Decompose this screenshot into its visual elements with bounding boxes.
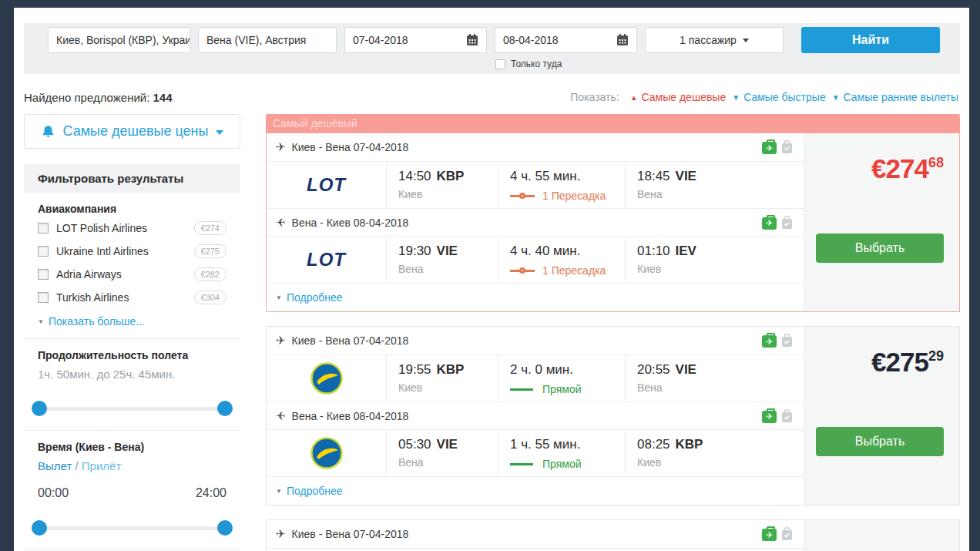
show-more-link[interactable]: ▼ Показать больше... [38, 315, 227, 328]
airline-checkbox[interactable] [38, 223, 49, 234]
sort-cheapest[interactable]: ▲ Самые дешевые [630, 91, 727, 103]
airline-checkbox[interactable] [38, 246, 49, 257]
airline-checkbox[interactable] [38, 292, 49, 303]
price-value: €27468 [871, 153, 944, 184]
direct-line [510, 463, 533, 465]
flight-card-body: ✈ Киев - Вена 07-04-2018 ✈ [267, 520, 804, 551]
one-way-checkbox[interactable] [495, 59, 505, 69]
filter-panel: Фильтровать результаты Авиакомпания LOT … [24, 164, 240, 551]
sort-fastest-label: Самые быстрые [743, 91, 826, 103]
sort-options: Показать: ▲ Самые дешевые ▼ Самые быстры… [570, 91, 958, 103]
price-panel: €27529 Выбрать [804, 327, 959, 505]
time-outbound-filter-section: Время (Киев - Вена) Вылет / Прилёт 00:00… [24, 431, 240, 550]
plane-glyph: ✈ [766, 338, 773, 346]
search-fields: Киев, Borispol (КВР), Украин Вена (VIE),… [48, 27, 940, 53]
slider-track [38, 407, 227, 411]
price-alert-label: Самые дешевые цены [62, 123, 208, 139]
arr-time: 18:45 [637, 169, 670, 183]
outbound-leg-header: ✈ Киев - Вена 07-04-2018 ✈ [267, 327, 804, 354]
outbound-leg-header: ✈ Киев - Вена 07-04-2018 ✈ [267, 520, 804, 548]
details-link[interactable]: Подробнее [287, 291, 343, 304]
dep-city: Киев [398, 381, 498, 394]
stops-label: Прямой [542, 383, 582, 395]
results-list: Самый дешёвый ✈ Киев - Вена 07-04-2018 ✈ [266, 114, 960, 551]
transfer-indicator: 1 Пересадка [510, 264, 625, 277]
flight-card-body: ✈ Киев - Вена 07-04-2018 ✈ [267, 327, 804, 505]
arr-city: Киев [637, 263, 804, 275]
leg-route: Вена - Киев 08-04-2018 [292, 217, 409, 229]
card-gap [266, 312, 960, 326]
details-row: ▼ Подробнее [267, 283, 804, 311]
result-card: ✈ Киев - Вена 07-04-2018 ✈ [266, 519, 960, 551]
flight-card-body: ✈ Киев - Вена 07-04-2018 ✈ LOT [267, 133, 804, 311]
airline-logo [267, 430, 386, 476]
leg-route: Киев - Вена 07-04-2018 [292, 528, 409, 540]
leg-route: Киев - Вена 07-04-2018 [292, 334, 409, 347]
arrive-tab[interactable]: Прилёт [82, 459, 121, 472]
return-date-input[interactable]: 08-04-2018 [495, 27, 637, 53]
details-row: ▼ Подробнее [267, 476, 804, 505]
leg-route: Вена - Киев 08-04-2018 [292, 410, 409, 422]
price-alert-dropdown[interactable]: Самые дешевые цены [24, 114, 240, 149]
passengers-dropdown[interactable]: 1 пассажир [645, 27, 784, 53]
departure-info: 05:30VIE Вена [386, 430, 498, 476]
airline-checkbox[interactable] [38, 269, 49, 280]
airline-price-badge: €275 [194, 244, 227, 258]
price-cents: 29 [928, 348, 944, 364]
caret-up-icon: ▲ [630, 93, 638, 102]
duration-value: 2 ч. 0 мин. [510, 362, 625, 378]
show-label: Показать: [570, 91, 619, 103]
leg-route: Киев - Вена 07-04-2018 [292, 141, 409, 153]
dep-code: KBP [437, 362, 465, 377]
cabin-baggage-icon: ✈ [762, 411, 777, 423]
arr-city: Киев [637, 456, 804, 469]
chevron-down-icon [216, 130, 223, 135]
arr-time: 01:10 [637, 244, 670, 258]
outbound-leg-details: LOT 14:50KBP Киев 4 ч. 55 мин. [267, 161, 804, 208]
slider-handle-min[interactable] [32, 520, 47, 536]
slider-handle-max[interactable] [217, 401, 233, 416]
select-button[interactable]: Выбрать [816, 234, 944, 263]
sort-earliest[interactable]: ▼ Самые ранние вылеты [832, 91, 958, 103]
right-navy-strip [969, 0, 980, 551]
slider-handle-max[interactable] [217, 520, 233, 536]
flight-card: ✈ Киев - Вена 07-04-2018 ✈ [266, 519, 960, 551]
sort-fastest[interactable]: ▼ Самые быстрые [732, 91, 825, 103]
baggage-icons: ✈ [762, 334, 793, 348]
slider-handle-min[interactable] [32, 401, 47, 416]
select-button[interactable]: Выбрать [816, 427, 944, 456]
return-leg-details: LOT 19:30VIE Вена 4 ч. 40 мин. [267, 236, 804, 283]
plane-glyph: ✈ [766, 531, 773, 539]
time-max: 24:00 [196, 486, 227, 500]
main-columns: Самые дешевые цены Фильтровать результат… [24, 114, 969, 551]
filters-sidebar: Самые дешевые цены Фильтровать результат… [24, 114, 240, 551]
checked-baggage-icon [781, 527, 793, 541]
airline-name: Adria Airways [56, 268, 122, 281]
duration-filter-section: Продолжительность полета 1ч. 50мин. до 2… [24, 339, 240, 431]
price-main: €274 [871, 153, 928, 183]
caret-down-icon: ▼ [38, 318, 44, 325]
departure-info: 19:30VIE Вена [386, 237, 498, 283]
depart-tab[interactable]: Вылет [38, 459, 72, 472]
destination-input[interactable]: Вена (VIE), Австрия [198, 27, 337, 53]
cabin-baggage-icon: ✈ [762, 529, 777, 541]
airlines-title: Авиакомпания [38, 203, 227, 215]
search-button[interactable]: Найти [801, 27, 940, 53]
time-range-labels: 00:00 24:00 [38, 486, 227, 500]
calendar-icon[interactable] [616, 34, 629, 46]
dep-code: VIE [437, 437, 458, 452]
airline-price-badge: €274 [194, 221, 227, 235]
depart-date-input[interactable]: 07-04-2018 [344, 27, 487, 53]
cheapest-badge: Самый дешёвый [266, 114, 960, 133]
calendar-icon[interactable] [466, 34, 478, 46]
details-link[interactable]: Подробнее [287, 485, 343, 497]
origin-input[interactable]: Киев, Borispol (КВР), Украин [48, 27, 190, 53]
duration-value: 4 ч. 55 мин. [510, 169, 625, 184]
flight-card: ✈ Киев - Вена 07-04-2018 ✈ LOT [266, 133, 960, 312]
destination-value: Вена (VIE), Австрия [206, 34, 306, 46]
uia-logo [310, 361, 344, 395]
duration-info: 4 ч. 55 мин. 1 Пересадка [498, 162, 625, 208]
time-tabs: Вылет / Прилёт [38, 459, 227, 472]
airline-row: Adria Airways €282 [38, 264, 227, 284]
cabin-baggage-icon: ✈ [762, 142, 777, 154]
